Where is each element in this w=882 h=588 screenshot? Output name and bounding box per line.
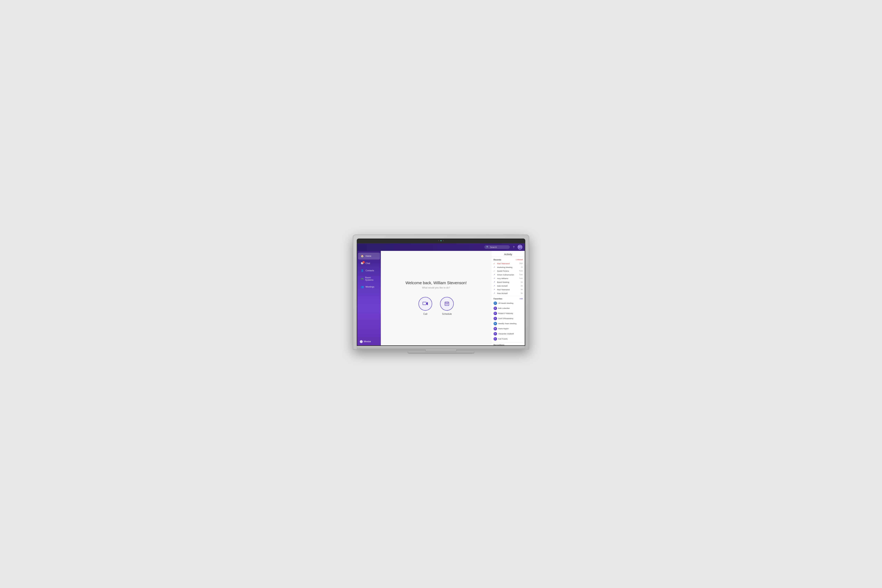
help-icon[interactable]: ? [512, 245, 516, 249]
svg-rect-7 [447, 304, 448, 304]
recent-icon-2: ↙ [494, 270, 496, 272]
svg-marker-1 [426, 302, 428, 305]
logo-icon: ⬤ [360, 340, 363, 343]
recent-item-0[interactable]: ↙ Paul Townsend 55m [492, 262, 525, 266]
fav-item-2[interactable]: R Robert P Maloney [492, 311, 525, 316]
recent-icon-3: ↗ [494, 274, 496, 276]
recent-item-3[interactable]: ↗ Sriram Subramanian Tues [492, 273, 525, 276]
recent-item-4[interactable]: ↗ Amy Williams Tues [492, 276, 525, 280]
app-container: 🔍 Search ? WS 🏠 [357, 243, 525, 345]
fav-avatar-7: K [494, 337, 497, 340]
sidebar-item-meetings-label: Meetings [366, 286, 374, 288]
recent-icon-4: ↗ [494, 278, 496, 279]
main-content: Welcome back, William Stevenson! What wo… [381, 251, 491, 345]
fav-name-0: All Hands Meeting [498, 302, 513, 304]
recordings-section: Recordings View Recordings [492, 342, 525, 345]
recent-item-8[interactable]: ↗ Pete McNeill 3w [492, 291, 525, 295]
favorites-list: G All Hands Meeting B Bob Lubecker R Rob… [492, 301, 525, 341]
fav-name-2: Robert P Maloney [498, 312, 513, 314]
laptop-stand [353, 350, 529, 354]
schedule-button[interactable]: Schedule [440, 297, 454, 315]
recent-time-3: Tues [519, 274, 523, 276]
fav-item-7[interactable]: K Karl Fusels [492, 336, 525, 341]
fav-name-7: Karl Fusels [498, 338, 508, 340]
recent-name-2: Daniel Pereira [497, 270, 518, 272]
recent-item-1[interactable]: ↗ Marketing Meeting 1h [492, 266, 525, 269]
sidebar-item-contacts[interactable]: 👤 Contacts [358, 267, 380, 274]
fav-avatar-5: M [494, 327, 497, 330]
room-systems-icon: 📹 [360, 277, 364, 280]
recent-icon-7: ↗ [494, 288, 496, 291]
fav-avatar-2: R [494, 312, 497, 315]
stand-notch [425, 350, 457, 352]
favorites-header: Favorites Add [492, 296, 525, 301]
sidebar-item-chat[interactable]: 💬 Chat 1 [358, 260, 380, 267]
recent-name-7: Paul Townsend [497, 288, 519, 291]
recent-icon-6: ↗ [494, 285, 496, 287]
svg-rect-0 [423, 302, 426, 305]
fav-item-6[interactable]: A Alexander Dodwell [492, 331, 525, 336]
fav-item-3[interactable]: S Sunil Shivaswamy [492, 316, 525, 321]
welcome-title: Welcome back, William Stevenson! [405, 280, 466, 285]
camera-dot-left [438, 240, 439, 241]
sidebar-item-contacts-label: Contacts [366, 269, 374, 272]
laptop-bottom [357, 346, 525, 349]
sidebar-item-meetings[interactable]: 👥 Meetings [358, 284, 380, 290]
fav-name-6: Alexander Dodwell [498, 333, 514, 335]
recent-item-6[interactable]: ↗ Dale McNeill 2w [492, 284, 525, 288]
sidebar-item-room-label: Room Systems [365, 276, 378, 281]
recents-list: ↙ Paul Townsend 55m ↗ Marketing Meeting … [492, 262, 525, 295]
sidebar-item-room-systems[interactable]: 📹 Room Systems [358, 274, 380, 283]
fav-item-4[interactable]: W Weekly Team Meeting [492, 321, 525, 326]
screen-frame: 🔍 Search ? WS 🏠 [357, 243, 525, 346]
recent-icon-0: ↙ [494, 262, 496, 264]
fav-item-5[interactable]: M Maris Naylor [492, 326, 525, 331]
recent-name-5: Board Meeting [497, 281, 519, 283]
search-icon: 🔍 [486, 246, 489, 248]
recent-time-8: 3w [520, 292, 523, 294]
recent-time-4: Tues [519, 278, 523, 279]
call-circle [418, 297, 432, 310]
recent-name-0: Paul Townsend [497, 262, 518, 265]
camera-dot-center [440, 240, 442, 241]
home-icon: 🏠 [360, 255, 364, 258]
logo-text: lifesize [364, 340, 371, 343]
call-button[interactable]: Call [418, 297, 432, 315]
sidebar-item-home[interactable]: 🏠 Home [358, 253, 380, 260]
fav-name-4: Weekly Team Meeting [498, 322, 516, 325]
welcome-sub: What would you like to do? [422, 286, 450, 289]
recent-icon-8: ↗ [494, 292, 496, 294]
recent-time-0: 55m [519, 262, 523, 264]
meetings-icon: 👥 [360, 285, 364, 288]
laptop-body: 🔍 Search ? WS 🏠 [353, 235, 529, 350]
recent-name-8: Pete McNeill [497, 292, 519, 294]
recent-name-4: Amy Williams [497, 278, 518, 279]
schedule-circle [440, 297, 454, 310]
sidebar-item-home-label: Home [366, 255, 371, 257]
search-input-label[interactable]: Search [490, 246, 497, 248]
recent-name-6: Dale McNeill [497, 285, 519, 287]
svg-rect-6 [446, 304, 447, 304]
recent-time-2: Tues [519, 270, 523, 272]
recents-title: Recents [494, 259, 501, 261]
recordings-title: Recordings [494, 344, 523, 345]
recent-icon-1: ↗ [494, 266, 496, 268]
recent-item-2[interactable]: ↙ Daniel Pereira Tues [492, 269, 525, 273]
recent-item-5[interactable]: ↗ Board Meeting 1w [492, 280, 525, 284]
recent-time-6: 2w [520, 285, 523, 287]
call-label: Call [423, 313, 428, 315]
search-box[interactable]: 🔍 Search [484, 245, 510, 249]
missed-badge: 1 Missed [516, 259, 523, 261]
fav-item-1[interactable]: B Bob Lubecker [492, 306, 525, 311]
chat-badge: 1 [362, 261, 365, 263]
camera-bar [357, 238, 525, 243]
laptop-container: 🔍 Search ? WS 🏠 [353, 235, 529, 354]
recent-time-7: 3w [520, 288, 523, 291]
stand-base [408, 352, 474, 354]
fav-item-0[interactable]: G All Hands Meeting [492, 301, 525, 306]
sidebar-item-chat-label: Chat [366, 262, 370, 264]
add-favorite-link[interactable]: Add [520, 298, 523, 300]
fav-avatar-1: B [494, 306, 497, 310]
recent-item-7[interactable]: ↗ Paul Townsend 3w [492, 288, 525, 291]
avatar[interactable]: WS [518, 245, 522, 249]
